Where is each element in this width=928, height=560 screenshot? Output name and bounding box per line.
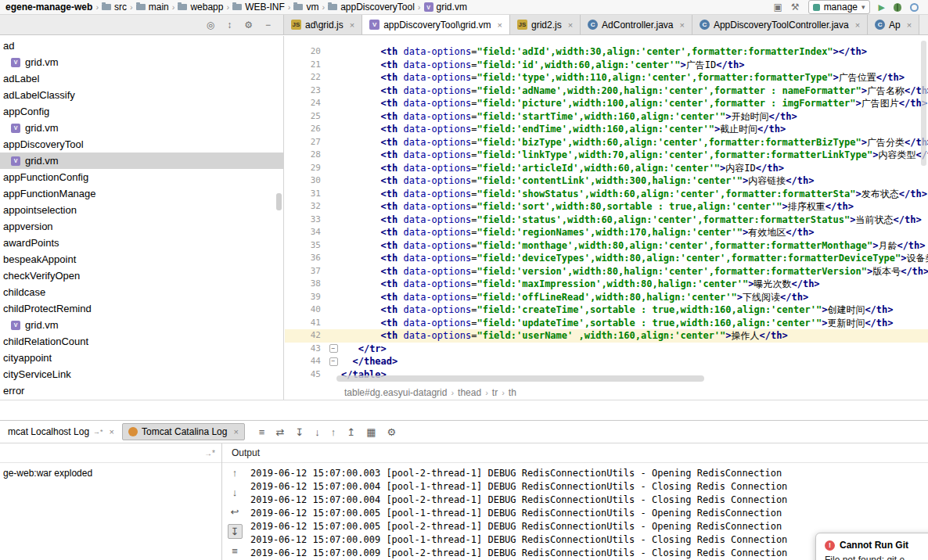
code-line[interactable]: 30 <th data-options="field:'contentLink'… (285, 174, 928, 188)
editor-breadcrumb-item[interactable]: thead (455, 387, 484, 398)
project-item[interactable]: appConfig (0, 103, 283, 120)
run-tab[interactable]: Tomcat Catalina Log× (122, 423, 245, 440)
editor-breadcrumb-item[interactable]: tr (490, 387, 500, 398)
breadcrumb-item[interactable]: webapp (175, 2, 225, 13)
editor-horizontal-scrollbar[interactable] (336, 375, 704, 382)
debug-button[interactable] (894, 3, 901, 12)
code-line[interactable]: 20 <th data-options="field:'adId',width:… (285, 45, 928, 59)
fold-icon[interactable]: − (329, 344, 338, 353)
prev-occurrence-icon[interactable]: ↑ (228, 465, 243, 480)
close-icon[interactable]: × (350, 20, 354, 30)
project-item[interactable]: appDiscoveryTool (0, 136, 283, 153)
close-icon[interactable]: × (568, 20, 573, 30)
code-line[interactable]: 42 <th data-options="field:'userName' ,w… (285, 329, 928, 343)
project-item[interactable]: childcase (0, 284, 283, 300)
editor-tab[interactable]: CAppDiscoveryToolController.java× (692, 15, 868, 34)
breadcrumb-item[interactable]: main (134, 2, 171, 13)
close-icon[interactable]: × (110, 427, 114, 436)
scroll-to-top-icon[interactable]: ↥ (347, 427, 355, 437)
options-menu-icon[interactable]: ≡ (259, 427, 265, 437)
run-tab[interactable]: mcat Localhost Log→*× (2, 424, 120, 440)
project-item[interactable]: adLabel (0, 70, 283, 87)
project-item[interactable]: checkVerifyOpen (0, 267, 283, 284)
locate-file-icon[interactable]: ◎ (207, 20, 214, 30)
grid-view-icon[interactable]: ▦ (366, 427, 376, 437)
next-message-icon[interactable]: ↓ (315, 427, 320, 437)
hide-panel-icon[interactable]: − (265, 20, 271, 30)
fold-column[interactable]: − (326, 343, 341, 356)
editor-breadcrumb-item[interactable]: th (506, 387, 519, 398)
editor-breadcrumb-item[interactable]: table#dg.easyui-datagrid (342, 387, 449, 398)
close-icon[interactable]: × (498, 20, 502, 30)
project-item[interactable]: Vgrid.vm (0, 120, 283, 136)
code-line[interactable]: 24 <th data-options="field:'picture',wid… (285, 97, 928, 110)
project-item[interactable]: Vgrid.vm (0, 317, 283, 333)
code-line[interactable]: 36 <th data-options="field:'deviceTypes'… (285, 252, 928, 265)
code-line[interactable]: 23 <th data-options="field:'adName',widt… (285, 84, 928, 98)
code-line[interactable]: 43− </tr> (285, 343, 928, 356)
coverage-button[interactable] (910, 3, 919, 12)
code-line[interactable]: 26 <th data-options="field:'endTime',wid… (285, 123, 928, 136)
prev-message-icon[interactable]: ↑ (331, 427, 336, 437)
code-line[interactable]: 38 <th data-options="field:'maxImpressio… (285, 278, 928, 291)
fold-column[interactable]: − (326, 355, 341, 368)
build-project-icon[interactable]: ⚒ (791, 2, 800, 12)
code-line[interactable]: 35 <th data-options="field:'monthage',wi… (285, 239, 928, 253)
editor-vertical-scrollbar[interactable] (921, 41, 926, 166)
project-scrollbar[interactable] (276, 193, 282, 210)
close-icon[interactable]: × (233, 427, 238, 436)
code-line[interactable]: 25 <th data-options="field:'startTime',w… (285, 110, 928, 124)
code-line[interactable]: 21 <th data-options="field:'id',width:60… (285, 59, 928, 72)
run-button[interactable]: ▶ (879, 3, 885, 12)
project-item[interactable]: awardPoints (0, 235, 283, 251)
project-item[interactable]: Vgrid.vm (0, 153, 283, 169)
editor-tab[interactable]: VappDiscoveryTool\grid.vm× (362, 15, 510, 34)
project-item[interactable]: ad (0, 38, 283, 54)
breadcrumb-item[interactable]: appDiscoveryTool (326, 2, 417, 13)
project-item[interactable]: Vgrid.vm (0, 54, 283, 70)
jump-marker-icon[interactable]: →* (204, 449, 215, 458)
code-line[interactable]: 44− </thead> (285, 355, 928, 368)
collapse-expand-icon[interactable]: ↕ (227, 20, 232, 30)
soft-wrap-icon[interactable]: ↩ (228, 504, 243, 519)
code-line[interactable]: 29 <th data-options="field:'articleId',w… (285, 162, 928, 175)
notification-balloon[interactable]: ! Cannot Run Git File not found: git e (815, 533, 928, 560)
code-line[interactable]: 32 <th data-options="field:'sort',width:… (285, 200, 928, 214)
project-item[interactable]: appversion (0, 218, 283, 235)
project-item[interactable]: cityappoint (0, 350, 283, 366)
code-line[interactable]: 40 <th data-options="field:'createTime',… (285, 303, 928, 317)
code-line[interactable]: 39 <th data-options="field:'offLineRead'… (285, 291, 928, 304)
close-icon[interactable]: × (855, 20, 860, 30)
next-occurrence-icon[interactable]: ↓ (228, 485, 243, 500)
deployment-item[interactable]: ge-web:war exploded (3, 468, 92, 479)
code-line[interactable]: 28 <th data-options="field:'linkType',wi… (285, 149, 928, 162)
more-options-icon[interactable]: ≡ (228, 544, 243, 558)
console-settings-icon[interactable]: ⚙ (387, 427, 396, 437)
close-icon[interactable]: × (907, 20, 912, 30)
code-line[interactable]: 31 <th data-options="field:'showStatus',… (285, 188, 928, 201)
compare-icon[interactable]: ⇄ (275, 427, 284, 437)
code-line[interactable]: 22 <th data-options="field:'type',width:… (285, 71, 928, 84)
code-line[interactable]: 27 <th data-options="field:'bizType',wid… (285, 136, 928, 149)
breadcrumb-item[interactable]: src (99, 2, 129, 13)
fold-icon[interactable]: − (329, 357, 338, 366)
scroll-to-end-icon[interactable]: ↧ (295, 427, 304, 437)
breadcrumb-item[interactable]: egene-manage-web (3, 2, 95, 13)
editor-tab[interactable]: CAdController.java× (581, 15, 692, 34)
project-item[interactable]: childProtectRemind (0, 300, 283, 317)
breadcrumb-item[interactable]: Vgrid.vm (422, 2, 469, 13)
code-line[interactable]: 33 <th data-options="field:'status',widt… (285, 214, 928, 227)
project-item[interactable]: childRelationCount (0, 333, 283, 350)
project-item[interactable]: appointselection (0, 202, 283, 218)
project-item[interactable]: appFunctionManage (0, 185, 283, 202)
project-item[interactable]: adLabelClassify (0, 87, 283, 103)
editor-tab[interactable]: CAp× (868, 15, 919, 34)
project-item[interactable]: error (0, 382, 283, 399)
project-item[interactable]: cityServiceLink (0, 366, 283, 382)
close-icon[interactable]: × (679, 20, 684, 30)
code-line[interactable]: 37 <th data-options="field:'version',wid… (285, 265, 928, 278)
editor-tab[interactable]: JSgrid2.js× (510, 15, 581, 34)
breadcrumb-item[interactable]: vm (291, 2, 321, 13)
code-editor[interactable]: 20 <th data-options="field:'adId',width:… (285, 36, 928, 385)
tool-windows-icon[interactable]: ▣ (774, 2, 782, 12)
